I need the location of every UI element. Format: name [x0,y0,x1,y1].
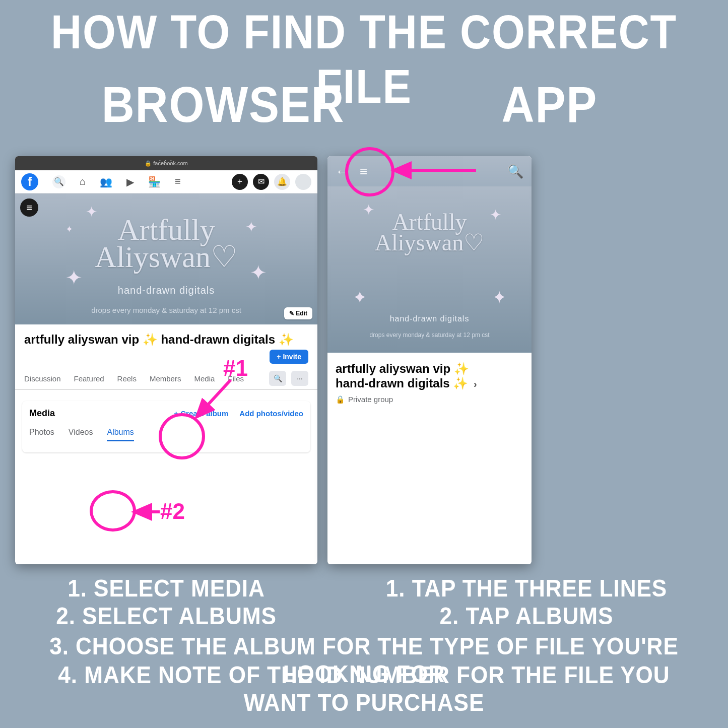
home-icon[interactable]: ⌂ [80,176,86,187]
tab-discussion[interactable]: Discussion [24,369,61,388]
create-album-link[interactable]: + Create album [174,409,228,418]
notifications-icon[interactable]: 🔔 [274,174,290,190]
media-heading: Media [29,408,55,419]
group-tabs: Discussion Featured Reels Members Media … [15,368,317,390]
subtab-videos[interactable]: Videos [69,428,93,441]
tab-featured[interactable]: Featured [74,369,104,388]
tab-media[interactable]: Media [194,369,215,388]
search-icon[interactable]: 🔍 [52,175,65,188]
back-icon[interactable]: ← [336,164,349,179]
messenger-icon[interactable]: ✉ [253,174,269,190]
browser-screenshot: • • • 🔒 facebook.com f 🔍 ⌂ 👥 ▶ 🏪 ≡ ＋ ✉ 🔔… [15,156,317,564]
facebook-logo[interactable]: f [21,173,38,190]
avatar[interactable] [295,174,311,190]
media-card: Media + Create album Add photos/video Ph… [22,401,310,452]
column-heading-browser: BROWSER [102,76,345,134]
instr-wide-4: 4. MAKE NOTE OF THE ID NUMBER FOR THE FI… [29,661,699,716]
app-group-title[interactable]: artfully aliyswan vip ✨ hand-drawn digit… [327,353,532,393]
menu-lines-icon[interactable]: ≡ [175,176,181,187]
search-icon[interactable]: 🔍 [507,164,523,179]
instr-right-2: 2. TAP ALBUMS [344,602,710,630]
cover-menu-icon[interactable]: ≡ [20,198,38,217]
browser-titlebar: • • • 🔒 facebook.com [15,156,317,170]
brand-sub: hand-drawn digitals [15,285,317,296]
instr-left-1: 1. SELECT MEDIA [27,574,305,602]
chevron-right-icon: › [474,378,477,389]
traffic-dots: • • • [159,158,173,163]
app-header: ← ≡ 🔍 [327,156,532,186]
annotation-label-2: #2 [160,499,185,524]
fb-navbar: f 🔍 ⌂ 👥 ▶ 🏪 ≡ ＋ ✉ 🔔 [15,170,317,193]
create-icon[interactable]: ＋ [232,174,248,190]
add-photos-link[interactable]: Add photos/video [239,409,303,418]
brand-script: Artfully Aliyswan♡ [375,212,484,253]
lock-icon: 🔒 [336,395,345,404]
hamburger-icon[interactable]: ≡ [360,164,367,179]
invite-button[interactable]: + Invite [270,350,308,364]
friends-icon[interactable]: 👥 [100,176,112,188]
subtab-albums[interactable]: Albums [107,428,134,441]
tab-members[interactable]: Members [150,369,181,388]
tab-search-icon[interactable]: 🔍 [269,371,286,386]
brand-script: Artfully Aliyswan♡ [95,216,238,271]
column-heading-app: APP [502,76,598,134]
annotation-circle-2 [90,490,136,532]
instr-left-2: 2. SELECT ALBUMS [27,602,305,630]
app-screenshot: ← ≡ 🔍 ✦ ✦ ✦ ✦ Artfully Aliyswan♡ hand-dr… [327,156,532,564]
tab-files[interactable]: Files [228,369,244,388]
annotation-arrow-2 [132,508,167,518]
private-group: 🔒 Private group [327,393,532,406]
edit-button[interactable]: ✎ Edit [284,307,312,319]
marketplace-icon[interactable]: 🏪 [148,176,161,188]
brand-sub: hand-drawn digitals [327,314,532,323]
brand-drops: drops every monday & saturday at 12 pm c… [327,332,532,339]
app-cover: ✦ ✦ ✦ ✦ Artfully Aliyswan♡ hand-drawn di… [327,186,532,353]
instr-right-1: 1. TAP THE THREE LINES [344,574,710,602]
group-cover: ≡ ✦ ✦ ✦ ✦ ✦ Artfully Aliyswan♡ hand-draw… [15,193,317,324]
group-title: artfully aliyswan vip ✨ hand-drawn digit… [15,324,317,350]
brand-drops: drops every monday & saturday at 12 pm c… [15,306,317,314]
watch-icon[interactable]: ▶ [126,176,134,188]
tab-more-icon[interactable]: ··· [291,371,308,386]
subtab-photos[interactable]: Photos [29,428,54,441]
tab-reels[interactable]: Reels [117,369,137,388]
